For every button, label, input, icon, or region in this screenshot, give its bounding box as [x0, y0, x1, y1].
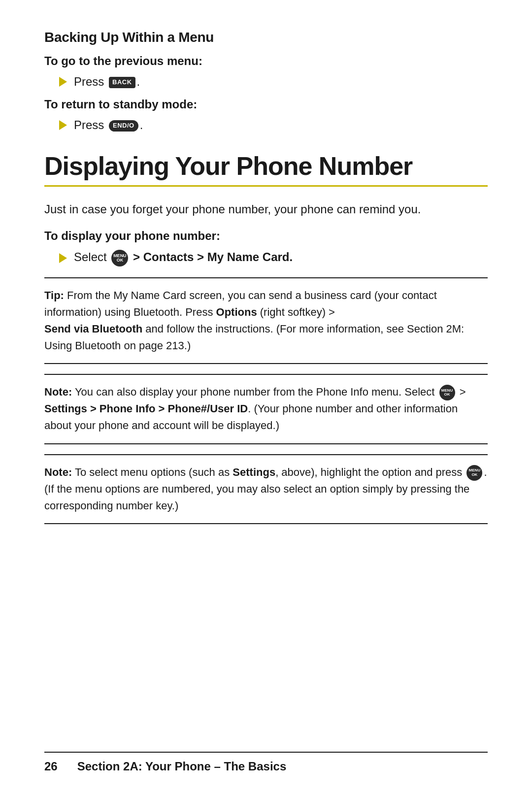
- footer-section-label: Section 2A: Your Phone – The Basics: [77, 760, 287, 773]
- tip-send-bold: Send via Bluetooth: [44, 323, 142, 335]
- intro-text: Just in case you forget your phone numbe…: [44, 200, 488, 218]
- step1-label: To go to the previous menu:: [44, 54, 488, 68]
- menu-ok-button-icon: MENUOK: [111, 250, 128, 266]
- step2-item: Press END/O.: [59, 118, 488, 132]
- note2-text-prefix: To select menu options (such as: [72, 466, 233, 478]
- gold-divider: [44, 185, 488, 187]
- display-step-item: Select MENUOK > Contacts > My Name Card.: [59, 250, 488, 266]
- page-footer: 26 Section 2A: Your Phone – The Basics: [44, 752, 488, 773]
- main-section-title: Displaying Your Phone Number: [44, 152, 488, 181]
- tip-options-bold: Options: [216, 306, 257, 318]
- step2-label: To return to standby mode:: [44, 98, 488, 111]
- note1-text: You can also display your phone number f…: [72, 386, 437, 398]
- note2-settings-bold: Settings: [233, 466, 275, 478]
- main-section: Displaying Your Phone Number Just in cas…: [44, 152, 488, 524]
- menu-ok-button-icon-2: MENUOK: [439, 385, 455, 400]
- bullet-arrow-icon: [59, 77, 67, 87]
- tip-box: Tip: From the My Name Card screen, you c…: [44, 277, 488, 364]
- footer-page-number: 26: [44, 760, 58, 773]
- tip-label: Tip:: [44, 289, 64, 301]
- bullet-arrow-icon-2: [59, 120, 67, 130]
- note2-label: Note:: [44, 466, 72, 478]
- note1-path-bold: Settings > Phone Info > Phone#/User ID: [44, 402, 248, 415]
- subsection-title: Backing Up Within a Menu: [44, 30, 488, 45]
- subsection-backing-up: Backing Up Within a Menu To go to the pr…: [44, 30, 488, 132]
- note2-box: Note: To select menu options (such as Se…: [44, 454, 488, 524]
- note2-text-middle: , above), highlight the option and press: [275, 466, 465, 478]
- page-container: Backing Up Within a Menu To go to the pr…: [0, 0, 532, 573]
- step1-text: Press BACK.: [74, 75, 140, 89]
- display-label: To display your phone number:: [44, 229, 488, 243]
- step2-text: Press END/O.: [74, 118, 143, 132]
- menu-ok-button-icon-3: MENUOK: [466, 465, 482, 481]
- endo-button-icon: END/O: [109, 120, 138, 132]
- tip-options-suffix: (right softkey) >: [257, 306, 335, 318]
- note1-box: Note: You can also display your phone nu…: [44, 374, 488, 444]
- bullet-arrow-icon-3: [59, 253, 67, 263]
- display-step-text: Select MENUOK > Contacts > My Name Card.: [74, 250, 293, 266]
- note1-label: Note:: [44, 386, 72, 398]
- step1-item: Press BACK.: [59, 75, 488, 89]
- back-button-icon: BACK: [109, 77, 135, 88]
